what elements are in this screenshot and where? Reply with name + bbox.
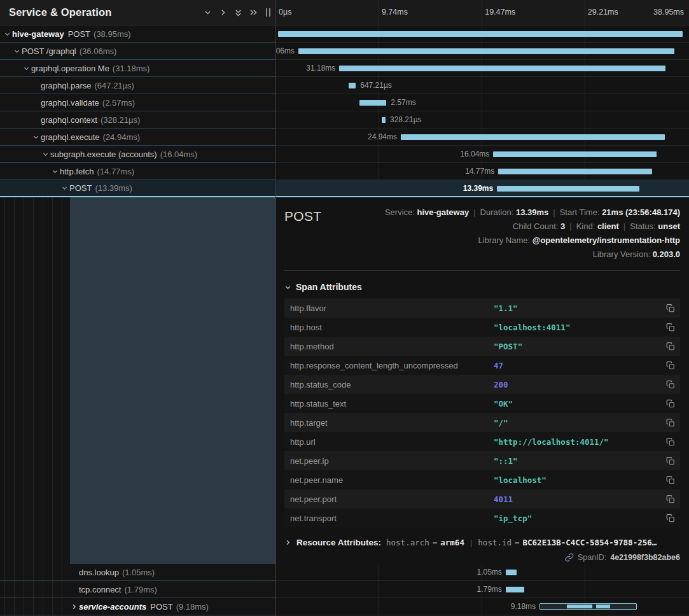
span-bar[interactable]	[506, 587, 524, 592]
copy-icon[interactable]	[661, 418, 675, 428]
timeline-row: 647.21µs	[276, 77, 689, 94]
span-duration-label: 2.57ms	[391, 98, 415, 107]
timeline-row: 2.57ms	[276, 94, 689, 111]
span-bar[interactable]	[339, 66, 665, 71]
span-bar[interactable]	[493, 151, 657, 157]
attribute-row: http.flavor"1.1"	[284, 298, 680, 318]
chevron-down-icon[interactable]	[22, 65, 31, 72]
span-bar[interactable]	[401, 134, 665, 140]
meta-value: unset	[658, 221, 680, 231]
chevron-down-icon[interactable]	[60, 185, 69, 192]
span-duration-label: 14.77ms	[465, 167, 494, 176]
operation-name: tcp.connect	[79, 585, 122, 594]
copy-icon[interactable]	[661, 380, 675, 389]
ruler-gridline	[379, 0, 379, 25]
span-tree-row[interactable]: subgraph.execute (accounts)(16.04ms)	[0, 146, 275, 163]
span-tree-row[interactable]: hive-gatewayPOST(38.95ms)	[0, 25, 275, 43]
timeline-row: 1.05ms	[276, 564, 689, 581]
link-icon[interactable]	[565, 553, 574, 562]
span-bar[interactable]	[298, 48, 674, 54]
span-tree-row[interactable]: tcp.connect(1.79ms)	[0, 581, 275, 598]
copy-icon[interactable]	[661, 361, 675, 370]
chevron-down-icon[interactable]	[50, 168, 60, 175]
resource-attributes-row[interactable]: Resource Attributes: host.arch=arm64|hos…	[284, 538, 680, 547]
span-bar[interactable]	[506, 570, 517, 575]
selected-span-block	[70, 197, 275, 564]
chevron-right-icon[interactable]	[215, 5, 230, 20]
copy-icon[interactable]	[661, 342, 675, 351]
expand-all-icon[interactable]	[246, 5, 261, 20]
span-duration-label: 36.06ms	[276, 46, 295, 55]
tree-header-title: Service & Operation	[9, 6, 200, 18]
detail-left-spacer	[0, 197, 275, 564]
span-tree-row[interactable]: POST(13.39ms)	[0, 180, 275, 197]
span-duration-label: 9.18ms	[511, 602, 536, 611]
span-id-value: 4e21998f3b82abe6	[610, 553, 680, 562]
copy-icon[interactable]	[661, 494, 675, 504]
copy-icon[interactable]	[661, 475, 675, 485]
span-duration: (9.18ms)	[176, 602, 209, 612]
ruler-tick-label: 19.47ms	[485, 8, 515, 17]
operation-name: POST	[150, 602, 172, 612]
panel-resize-handle[interactable]	[266, 8, 270, 17]
attribute-value: 47	[494, 361, 661, 370]
operation-name: dns.lookup	[79, 568, 119, 577]
copy-icon[interactable]	[661, 456, 675, 466]
operation-name: POST /graphql	[22, 46, 76, 56]
meta-label: Start Time:	[560, 207, 602, 217]
span-tree-row[interactable]: graphql.context(328.21µs)	[0, 111, 275, 129]
timeline-panel: 0µs9.74ms19.47ms29.21ms38.95ms 38.95ms36…	[276, 0, 689, 616]
chevron-right-icon[interactable]	[69, 603, 79, 610]
span-tree-row[interactable]: http.fetch(14.77ms)	[0, 163, 275, 180]
span-id-row: SpanID: 4e21998f3b82abe6	[284, 553, 680, 562]
span-bar[interactable]	[278, 31, 682, 37]
span-attributes-header[interactable]: Span Attributes	[284, 282, 680, 292]
chevron-down-icon[interactable]	[12, 48, 22, 55]
chevron-down-icon[interactable]	[200, 5, 215, 20]
span-tree-row[interactable]: dns.lookup(1.05ms)	[0, 564, 275, 581]
copy-icon[interactable]	[661, 304, 675, 313]
span-attributes-title: Span Attributes	[296, 282, 362, 292]
meta-label: Child Count:	[513, 221, 560, 231]
attribute-row: net.peer.port4011	[284, 489, 680, 508]
timeline-row: 328.21µs	[276, 111, 689, 129]
timeline-ruler: 0µs9.74ms19.47ms29.21ms38.95ms	[276, 0, 689, 25]
span-duration: (328.21µs)	[101, 115, 140, 125]
meta-label: Library Version:	[593, 249, 653, 259]
chevron-down-icon[interactable]	[31, 134, 41, 141]
span-bar[interactable]	[382, 117, 386, 123]
chevron-down-icon[interactable]	[41, 151, 50, 158]
attribute-key: http.target	[290, 418, 494, 428]
chevron-down-icon[interactable]	[3, 31, 12, 38]
span-tree-row[interactable]: graphql.operation Me(31.18ms)	[0, 60, 275, 77]
span-tree-row[interactable]: graphql.execute(24.94ms)	[0, 129, 275, 146]
copy-icon[interactable]	[661, 399, 675, 409]
span-tree-row[interactable]: graphql.validate(2.57ms)	[0, 94, 275, 111]
copy-icon[interactable]	[661, 437, 675, 447]
span-bar[interactable]	[539, 603, 637, 610]
span-bar[interactable]	[349, 83, 356, 88]
span-bar[interactable]	[498, 169, 652, 174]
span-tree-row[interactable]: service-accountsPOST(9.18ms)	[0, 598, 275, 615]
copy-icon[interactable]	[661, 514, 675, 523]
attribute-key: net.transport	[290, 514, 494, 523]
span-bar[interactable]	[359, 100, 386, 106]
copy-icon[interactable]	[661, 323, 675, 332]
span-tree-bottom: dns.lookup(1.05ms)tcp.connect(1.79ms)ser…	[0, 564, 275, 615]
span-detail-title: POST	[284, 206, 321, 262]
operation-name: graphql.context	[41, 115, 97, 125]
resource-attributes-pairs: host.arch=arm64|host.id=BC62E13B-C4CC-58…	[386, 538, 657, 547]
collapse-all-icon[interactable]	[230, 5, 246, 20]
attribute-value: "http://localhost:4011/"	[494, 437, 661, 447]
span-bar[interactable]	[497, 186, 639, 192]
timeline-row: 36.06ms	[276, 43, 689, 60]
span-bar-segment	[596, 605, 611, 608]
span-meta-line: Library Name: @opentelemetry/instrumenta…	[321, 234, 680, 248]
attribute-value: 200	[494, 380, 661, 389]
attribute-row: http.response_content_length_uncompresse…	[284, 356, 680, 375]
attribute-row: net.peer.name"localhost"	[284, 470, 680, 489]
span-tree-row[interactable]: graphql.parse(647.21µs)	[0, 77, 275, 94]
timeline-row: 31.18ms	[276, 60, 689, 77]
span-duration-label: 31.18ms	[306, 64, 335, 73]
span-tree-row[interactable]: POST /graphql(36.06ms)	[0, 43, 275, 60]
